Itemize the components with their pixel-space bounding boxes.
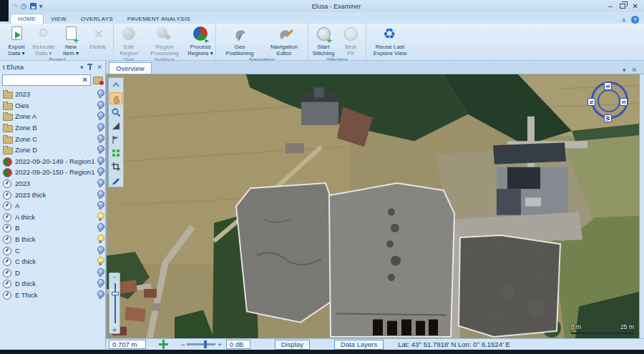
crop-tool-icon[interactable] (109, 160, 122, 172)
tree-item[interactable]: 2023 (0, 178, 105, 190)
visibility-bulb-icon[interactable] (97, 235, 103, 244)
scale-zero-label: 0 m (571, 323, 581, 330)
tree-item[interactable]: A thick (0, 212, 105, 223)
tab-overlays[interactable]: OVERLAYS (74, 14, 120, 24)
help-icon[interactable]: ? (631, 16, 639, 24)
new-item-button[interactable]: New Item ▾ (57, 24, 84, 56)
map-status-bar: 0.707 m – + 0 dB Display Data Layers Lat… (106, 338, 644, 350)
tree-item[interactable]: C (0, 245, 105, 256)
gain-field[interactable]: 0 dB (226, 340, 250, 349)
gain-slider-handle[interactable] (204, 340, 207, 348)
tree-item[interactable]: 2023 (0, 89, 105, 100)
tree-item[interactable]: B thick (0, 234, 105, 245)
gain-minus-label[interactable]: – (181, 340, 185, 348)
visibility-bulb-icon[interactable] (97, 212, 103, 222)
tree-item[interactable]: D thick (0, 278, 105, 290)
close-button[interactable]: ✕ (633, 3, 638, 10)
tree-item[interactable]: E Thick (0, 290, 105, 301)
history-icon[interactable]: ◷ (21, 3, 27, 10)
visibility-bulb-icon[interactable] (97, 157, 103, 166)
depth-plus-label[interactable]: + (109, 326, 119, 334)
visibility-bulb-icon[interactable] (97, 246, 103, 255)
export-data-button[interactable]: Export Data ▾ (3, 24, 30, 56)
save-icon[interactable] (30, 3, 36, 9)
tree-item[interactable]: 2023 thick (0, 189, 105, 200)
tree-item[interactable]: B (0, 222, 105, 234)
tree-item[interactable]: C thick (0, 256, 105, 267)
depth-slider-handle[interactable] (112, 292, 119, 295)
depth-slider-track[interactable] (114, 283, 116, 323)
visibility-bulb-icon[interactable] (97, 190, 103, 200)
display-button[interactable]: Display (275, 340, 310, 350)
aerial-map[interactable] (107, 74, 639, 338)
pan-tool-icon[interactable] (109, 92, 122, 104)
tree-item[interactable]: Oies (0, 100, 105, 112)
start-stitching-button[interactable]: Start Stitching (310, 24, 337, 56)
ribbon-group-project: Export Data ▾ Relocate Data ▾ New Item ▾… (1, 24, 114, 60)
visibility-bulb-icon[interactable] (97, 223, 103, 232)
visibility-bulb-icon[interactable] (97, 123, 103, 132)
visibility-bulb-icon[interactable] (97, 112, 103, 121)
zoom-tool-icon[interactable] (109, 106, 122, 118)
visibility-bulb-icon[interactable] (97, 279, 103, 288)
tree-search-input[interactable]: ✕ (2, 74, 91, 86)
tab-home[interactable]: HOME (10, 14, 44, 24)
tree-item[interactable]: Zone D (0, 144, 105, 156)
tab-pavement-analysis[interactable]: PAVEMENT ANALYSIS (120, 14, 197, 24)
qat-dropdown-icon[interactable]: ▾ (39, 3, 43, 10)
clear-search-icon[interactable]: ✕ (82, 76, 88, 84)
data-layers-button[interactable]: Data Layers (334, 340, 384, 350)
map-viewport[interactable]: N E S W - + 0 m 25 m (106, 74, 640, 338)
flag-tool-icon[interactable] (109, 133, 122, 145)
depth-slider[interactable]: - + (109, 272, 120, 334)
process-regions-button[interactable]: Process Regions ▾ (187, 24, 214, 63)
toolbar-collapse-icon[interactable] (109, 79, 122, 91)
tree-item[interactable]: D (0, 267, 105, 279)
collapse-ribbon-icon[interactable]: ∧ (621, 16, 626, 24)
delete-button: Delete (84, 24, 112, 56)
pane-close-icon[interactable]: ✕ (631, 67, 637, 74)
map-toolbar (108, 77, 124, 187)
visibility-bulb-icon[interactable] (97, 101, 103, 110)
gain-plus-label[interactable]: + (218, 340, 222, 348)
compass-rose[interactable]: N E S W (588, 83, 627, 122)
tree-item[interactable]: A (0, 200, 105, 212)
geo-positioning-button[interactable]: Geo Positioning (218, 24, 262, 56)
tab-overview[interactable]: Overview (109, 62, 152, 74)
filter-folder-icon[interactable] (93, 77, 103, 84)
visibility-bulb-icon[interactable] (97, 89, 103, 99)
visibility-bulb-icon[interactable] (97, 167, 103, 177)
document-area: Overview ▾ ✕ (106, 61, 644, 350)
pin-icon[interactable] (87, 64, 92, 70)
draw-tool-icon[interactable] (109, 174, 122, 186)
grid-tool-icon[interactable] (109, 147, 122, 159)
restore-button[interactable] (620, 4, 625, 9)
reuse-last-explore-view-button[interactable]: Reuse Last Explore View (368, 24, 412, 56)
measure-tool-icon[interactable] (109, 119, 122, 132)
tree-item[interactable]: Zone C (0, 133, 105, 144)
move-crosshair-icon[interactable] (159, 340, 168, 349)
visibility-bulb-icon[interactable] (97, 290, 103, 300)
panel-caret-icon[interactable]: ▾ (80, 64, 84, 71)
tree-item[interactable]: Zone B (0, 122, 105, 134)
screen-edge (0, 350, 644, 354)
pane-caret-icon[interactable]: ▾ (623, 67, 626, 74)
gain-slider[interactable]: – + (181, 340, 222, 348)
depth-minus-label[interactable]: - (109, 272, 119, 280)
navigation-editor-button[interactable]: Navigation Editor (262, 24, 306, 56)
tree-item[interactable]: 2022-09-20-149 - Region1 (0, 156, 105, 167)
visibility-bulb-icon[interactable] (97, 145, 103, 154)
gain-slider-track[interactable] (187, 343, 215, 345)
visibility-bulb-icon[interactable] (97, 201, 103, 210)
quick-access-toolbar: ↶ ↷ ◷ ▾ (0, 3, 64, 10)
visibility-bulb-icon[interactable] (97, 134, 103, 144)
tab-view[interactable]: VIEW (44, 14, 74, 24)
resolution-field[interactable]: 0.707 m (109, 340, 146, 349)
visibility-bulb-icon[interactable] (97, 179, 103, 188)
tree-item[interactable]: Zone A (0, 111, 105, 122)
minimize-button[interactable]: – (608, 3, 613, 10)
visibility-bulb-icon[interactable] (97, 257, 103, 266)
panel-close-icon[interactable]: ✕ (97, 64, 102, 71)
tree-item[interactable]: 2022-09-20-150 - Region1 (0, 167, 105, 178)
visibility-bulb-icon[interactable] (97, 268, 103, 277)
